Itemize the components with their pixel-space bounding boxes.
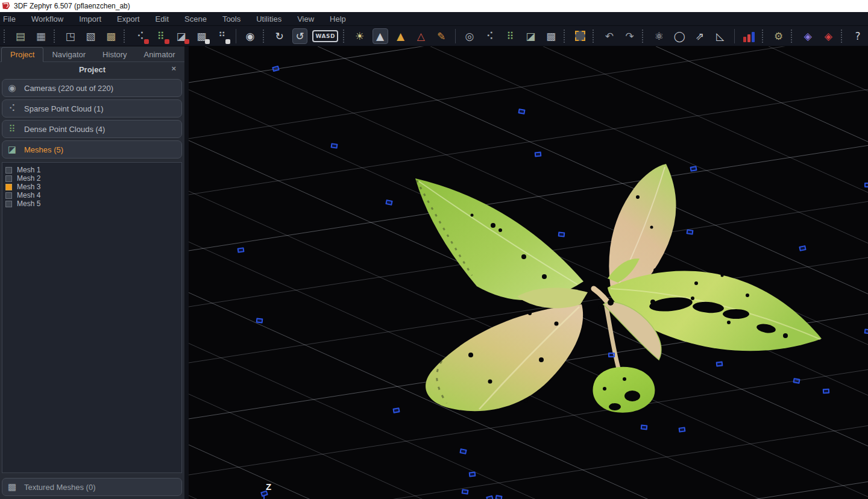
camera-frustum-marker[interactable] bbox=[823, 389, 830, 394]
camera-frustum-marker[interactable] bbox=[864, 328, 868, 334]
mesh-visibility-checkbox[interactable] bbox=[5, 192, 12, 199]
menu-scene[interactable]: Scene bbox=[177, 14, 215, 24]
mesh-list: Mesh 1Mesh 2Mesh 3Mesh 4Mesh 5 bbox=[2, 162, 182, 473]
zephyr-red-logo-icon[interactable]: ◈ bbox=[820, 28, 836, 44]
circle-select-icon[interactable]: ◯ bbox=[671, 28, 687, 44]
lighting-icon[interactable]: ☀ bbox=[352, 28, 368, 44]
toolbar-grip[interactable] bbox=[762, 30, 766, 43]
camera-frustum-marker[interactable] bbox=[256, 318, 263, 323]
selection-rectangle-icon[interactable] bbox=[575, 31, 585, 41]
show-dense-icon[interactable]: ⠿ bbox=[503, 28, 518, 44]
camera-frustum-marker[interactable] bbox=[608, 353, 615, 357]
camera-frustum-marker[interactable] bbox=[793, 378, 800, 384]
textured-panel-button[interactable]: ▩Textured Meshes (0) bbox=[2, 478, 182, 496]
sparse-panel-button[interactable]: ⠪Sparse Point Cloud (1) bbox=[2, 99, 182, 118]
toolbar-grip[interactable] bbox=[54, 30, 58, 43]
dense-panel-button[interactable]: ⠿Dense Point Clouds (4) bbox=[2, 120, 182, 138]
camera-frustum-marker[interactable] bbox=[330, 143, 338, 148]
open-project-icon[interactable]: ▤ bbox=[13, 28, 28, 44]
wasd-navigation-button[interactable]: WASD bbox=[312, 30, 338, 42]
mesh-list-item[interactable]: Mesh 1 bbox=[5, 166, 181, 174]
measurement-ruler-icon[interactable]: ◺ bbox=[712, 28, 728, 44]
camera-frustum-marker[interactable] bbox=[495, 495, 502, 499]
toolbar-grip[interactable] bbox=[841, 30, 845, 43]
render-shaded-icon[interactable]: ▲ bbox=[393, 28, 409, 44]
toolbar-grip[interactable] bbox=[124, 30, 128, 43]
camera-frustum-marker[interactable] bbox=[237, 247, 244, 253]
mesh-visibility-checkbox[interactable] bbox=[5, 184, 12, 190]
tab-history[interactable]: History bbox=[94, 48, 135, 61]
menu-edit[interactable]: Edit bbox=[148, 14, 177, 24]
3d-viewport[interactable]: Z bbox=[189, 46, 868, 499]
camera-frustum-marker[interactable] bbox=[469, 471, 476, 477]
camera-frustum-marker[interactable] bbox=[716, 361, 723, 366]
edit-points-icon[interactable]: ⠛ bbox=[214, 28, 230, 44]
tab-navigator[interactable]: Navigator bbox=[43, 48, 94, 61]
camera-frustum-marker[interactable] bbox=[518, 108, 525, 115]
menu-import[interactable]: Import bbox=[71, 14, 109, 24]
help-icon[interactable]: ? bbox=[850, 28, 866, 44]
orbit-gizmo-icon[interactable]: ⚛ bbox=[651, 28, 667, 44]
panel-bottom-button-slot: ▩Textured Meshes (0) bbox=[0, 475, 184, 499]
meshes-panel-button[interactable]: ◪Meshes (5) bbox=[2, 140, 182, 158]
cameras-panel-button[interactable]: ◉Cameras (220 out of 220) bbox=[2, 79, 182, 97]
mesh-list-item[interactable]: Mesh 2 bbox=[5, 174, 181, 183]
save-project-icon[interactable]: ▦ bbox=[33, 28, 49, 44]
menu-file[interactable]: File bbox=[0, 14, 24, 24]
new-mesh-icon[interactable]: ◪ bbox=[174, 28, 189, 44]
settings-wrench-icon[interactable]: ⚙ bbox=[771, 28, 787, 44]
textured-cube-icon[interactable]: ▩ bbox=[103, 28, 119, 44]
zephyr-blue-logo-icon[interactable]: ◈ bbox=[800, 28, 816, 44]
mesh-visibility-checkbox[interactable] bbox=[5, 175, 12, 182]
panel-viewport-divider[interactable] bbox=[184, 46, 189, 499]
redo-icon[interactable]: ↷ bbox=[622, 28, 638, 44]
toolbar-grip[interactable] bbox=[593, 30, 597, 43]
rotate-around-target-icon[interactable]: ↺ bbox=[292, 28, 308, 44]
screenshot-camera-icon[interactable]: ◉ bbox=[242, 28, 258, 44]
photos-wizard-icon[interactable]: ◳ bbox=[63, 28, 78, 44]
mesh-list-item[interactable]: Mesh 4 bbox=[5, 191, 181, 199]
camera-frustum-marker[interactable] bbox=[558, 232, 565, 237]
new-textured-mesh-icon[interactable]: ▩ bbox=[193, 28, 209, 44]
mesh-list-item[interactable]: Mesh 3 bbox=[5, 183, 181, 191]
new-dense-cloud-icon[interactable]: ⠿ bbox=[153, 28, 169, 44]
tab-animator[interactable]: Animator bbox=[136, 48, 184, 61]
toolbar-grip[interactable] bbox=[4, 30, 8, 43]
camera-frustum-marker[interactable] bbox=[864, 183, 868, 187]
menu-view[interactable]: View bbox=[289, 14, 322, 24]
camera-frustum-marker[interactable] bbox=[461, 489, 468, 494]
mesh-visibility-checkbox[interactable] bbox=[5, 201, 12, 207]
mesh-list-item[interactable]: Mesh 5 bbox=[5, 199, 181, 208]
move-object-icon[interactable]: ⇗ bbox=[692, 28, 708, 44]
mesh-visibility-checkbox[interactable] bbox=[5, 167, 12, 174]
window-titlebar[interactable]: 3DF Zephyr 6.507 (pflaenzchen_ab) bbox=[0, 0, 868, 12]
show-sparse-icon[interactable]: ⠪ bbox=[482, 28, 498, 44]
menu-help[interactable]: Help bbox=[322, 14, 354, 24]
toolbar-grip[interactable] bbox=[263, 30, 267, 43]
orbit-mode-icon[interactable]: ↻ bbox=[272, 28, 288, 44]
new-sparse-cloud-icon[interactable]: ⠪ bbox=[133, 28, 148, 44]
show-textured-icon[interactable]: ▩ bbox=[543, 28, 559, 44]
menu-utilities[interactable]: Utilities bbox=[248, 14, 289, 24]
toolbar-grip[interactable] bbox=[791, 30, 795, 43]
paint-brush-icon[interactable]: ✎ bbox=[433, 28, 449, 44]
menu-workflow[interactable]: Workflow bbox=[24, 14, 71, 24]
show-cameras-icon[interactable]: ◎ bbox=[462, 28, 477, 44]
render-wireframe-icon[interactable]: △ bbox=[413, 28, 429, 44]
camera-frustum-marker[interactable] bbox=[535, 152, 542, 157]
camera-frustum-marker[interactable] bbox=[641, 425, 648, 430]
statistics-chart-icon[interactable] bbox=[743, 30, 755, 42]
toolbar-grip[interactable] bbox=[343, 30, 347, 43]
camera-frustum-marker[interactable] bbox=[686, 229, 693, 234]
toolbar-grip[interactable] bbox=[642, 30, 646, 43]
sparse-cube-icon[interactable]: ▧ bbox=[83, 28, 98, 44]
toolbar-grip[interactable] bbox=[564, 30, 568, 43]
close-icon[interactable]: × bbox=[171, 64, 176, 73]
menu-tools[interactable]: Tools bbox=[215, 14, 248, 24]
menu-export[interactable]: Export bbox=[109, 14, 148, 24]
render-solid-icon[interactable]: ▲ bbox=[373, 28, 388, 44]
tab-project[interactable]: Project bbox=[1, 47, 43, 62]
undo-icon[interactable]: ↶ bbox=[602, 28, 617, 44]
camera-frustum-marker[interactable] bbox=[678, 427, 685, 432]
show-mesh-icon[interactable]: ◪ bbox=[523, 28, 538, 44]
